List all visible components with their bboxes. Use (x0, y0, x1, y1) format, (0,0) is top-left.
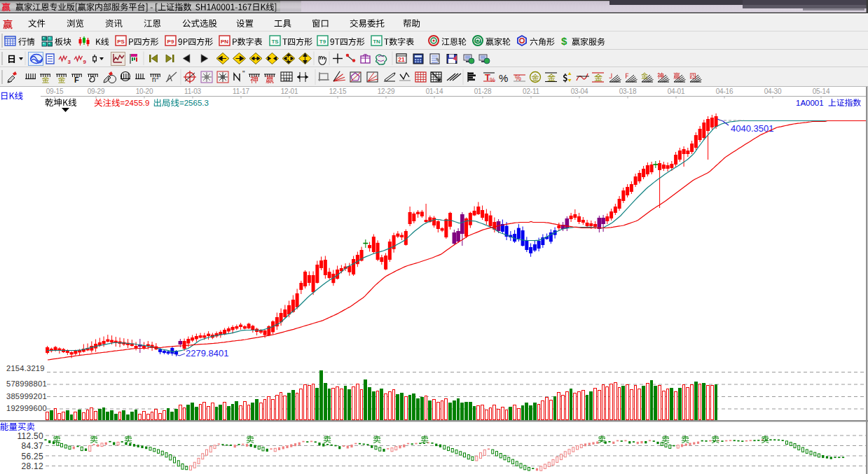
svg-text:=2455.9: =2455.9 (120, 99, 150, 107)
svg-text:n: n (152, 76, 156, 83)
svg-text:385999201: 385999201 (6, 392, 47, 400)
svg-text:TN: TN (373, 39, 380, 45)
svg-text:$: $ (561, 35, 567, 47)
svg-text:05-14: 05-14 (813, 88, 830, 95)
svg-text:04-16: 04-16 (716, 88, 733, 95)
svg-text:11-03: 11-03 (184, 88, 201, 95)
svg-text:01-14: 01-14 (426, 88, 443, 95)
svg-text:2: 2 (156, 75, 159, 80)
svg-text:%: % (499, 72, 508, 84)
svg-text:%: % (490, 76, 495, 83)
svg-text:": " (242, 70, 245, 78)
svg-text:09-29: 09-29 (88, 88, 105, 95)
svg-text:12-15: 12-15 (329, 88, 347, 95)
svg-text:2154.3219: 2154.3219 (6, 364, 45, 372)
svg-text:21: 21 (398, 56, 405, 63)
svg-text:84.37: 84.37 (21, 441, 43, 451)
svg-text:1A0001: 1A0001 (796, 99, 824, 107)
svg-text:2279.8401: 2279.8401 (186, 348, 228, 358)
svg-text:TS: TS (271, 39, 279, 45)
svg-text:10-20: 10-20 (136, 88, 153, 95)
svg-text:12-01: 12-01 (281, 88, 298, 95)
svg-text:01-28: 01-28 (474, 88, 492, 95)
svg-text:123: 123 (283, 77, 289, 81)
svg-text:PN: PN (221, 39, 228, 45)
svg-text:%: % (515, 74, 521, 82)
svg-text:03-04: 03-04 (571, 88, 588, 95)
svg-text:28.12: 28.12 (21, 461, 43, 471)
svg-text:192999600: 192999600 (6, 404, 47, 412)
svg-text:11-17: 11-17 (233, 88, 249, 95)
svg-text:3: 3 (68, 59, 71, 65)
svg-text:P9: P9 (167, 39, 174, 45)
svg-text:Big: Big (474, 39, 481, 43)
svg-text:56.25: 56.25 (21, 452, 43, 461)
svg-text:02-11: 02-11 (523, 88, 539, 95)
svg-text:03-18: 03-18 (619, 88, 637, 95)
svg-text:9: 9 (83, 59, 87, 65)
svg-text:09-15: 09-15 (46, 88, 64, 95)
svg-text:578998801: 578998801 (6, 379, 47, 388)
svg-text:04-01: 04-01 (668, 88, 685, 95)
svg-text:112.50: 112.50 (17, 431, 43, 441)
svg-text:12-29: 12-29 (378, 88, 395, 95)
svg-text:=2565.3: =2565.3 (179, 99, 209, 107)
svg-text:PS: PS (117, 39, 125, 45)
svg-text:04-30: 04-30 (764, 88, 782, 95)
svg-text:F: F (74, 76, 79, 84)
svg-text:T9: T9 (319, 39, 326, 45)
